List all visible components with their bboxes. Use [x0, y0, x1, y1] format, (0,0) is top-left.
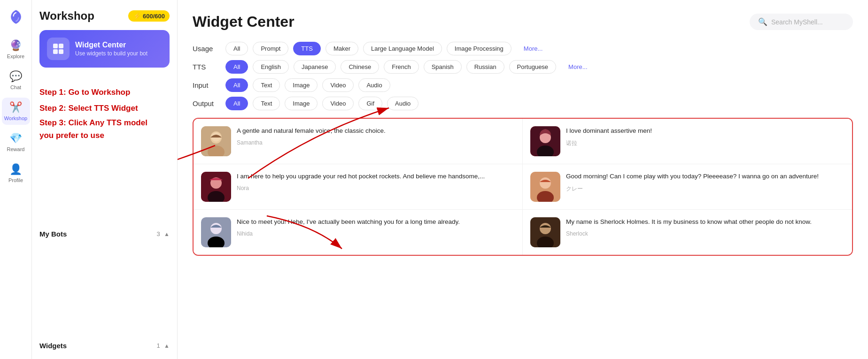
step1-label: Step 1: Go to Workshop [39, 84, 170, 100]
card-nora-cn[interactable]: I love dominant assertive men! 诺拉 [523, 119, 852, 164]
output-btn-all[interactable]: All [225, 97, 248, 110]
widgets-count: 1 ▲ [156, 341, 170, 350]
output-btn-image[interactable]: Image [285, 97, 318, 110]
sidebar-item-chat[interactable]: 💬 Chat [2, 67, 30, 94]
avatar-nora-cn [530, 126, 560, 156]
card-name-klee: クレー [566, 185, 845, 193]
sidebar-item-explore[interactable]: 🔮 Explore [2, 36, 30, 63]
widget-center-subtitle: Use widgets to build your bot [75, 50, 147, 57]
workshop-title: Workshop [39, 9, 94, 23]
input-btn-video[interactable]: Video [322, 78, 354, 92]
card-desc-nora-cn: I love dominant assertive men! [566, 126, 845, 136]
sidebar-item-profile[interactable]: 👤 Profile [2, 160, 30, 187]
usage-btn-llm[interactable]: Large Language Model [363, 42, 442, 55]
card-desc-klee: Good morning! Can I come play with you t… [566, 172, 845, 181]
svg-rect-2 [53, 49, 58, 54]
usage-btn-maker[interactable]: Maker [326, 42, 358, 55]
input-btn-text[interactable]: Text [253, 78, 280, 92]
card-desc-samantha: A gentle and natural female voice, the c… [237, 126, 515, 136]
explore-icon: 🔮 [9, 39, 22, 52]
page-title: Widget Center [193, 13, 294, 31]
card-desc-sherlock: My name is Sherlock Holmes. It is my bus… [566, 217, 845, 227]
annotations: Step 1: Go to Workshop Step 2: Select TT… [39, 84, 170, 142]
output-filter-row: Output All Text Image Video Gif Audio [193, 97, 853, 110]
tts-btn-all[interactable]: All [225, 60, 248, 74]
tts-btn-chinese[interactable]: Chinese [341, 60, 379, 74]
input-btn-audio[interactable]: Audio [358, 78, 390, 92]
tts-filter-row: TTS All English Japanese Chinese French … [193, 60, 853, 74]
chevron-up-icon: ▲ [164, 231, 170, 237]
tts-btn-russian[interactable]: Russian [466, 60, 504, 74]
svg-point-19 [210, 223, 222, 234]
svg-point-22 [540, 223, 551, 234]
card-nora[interactable]: I am here to help you upgrade your red h… [194, 164, 523, 210]
sidebar-item-reward[interactable]: 💎 Reward [2, 129, 30, 156]
chat-icon: 💬 [9, 70, 22, 83]
sidebar: 🔮 Explore 💬 Chat ✂️ Workshop 💎 Reward 👤 … [0, 0, 32, 359]
svg-rect-0 [53, 44, 58, 48]
energy-value: 600/600 [143, 13, 165, 20]
card-info-samantha: A gentle and natural female voice, the c… [237, 126, 515, 146]
my-bots-section: My Bots 3 ▲ [39, 229, 170, 238]
my-bots-count: 3 ▲ [156, 229, 170, 238]
workshop-header: Workshop ⚡ 600/600 [39, 9, 170, 23]
card-nihida[interactable]: Nice to meet you! Hehe, I've actually be… [194, 210, 523, 255]
input-btn-image[interactable]: Image [285, 78, 318, 92]
usage-btn-prompt[interactable]: Prompt [253, 42, 288, 55]
svg-rect-3 [59, 49, 63, 54]
card-name-sherlock: Sherlock [566, 230, 845, 237]
usage-btn-img[interactable]: Image Processing [447, 42, 512, 55]
tts-btn-french[interactable]: French [384, 60, 418, 74]
avatar-nihida [201, 217, 231, 247]
chevron-up-icon2: ▲ [164, 343, 170, 349]
usage-btn-all[interactable]: All [225, 42, 248, 55]
widget-center-card[interactable]: Widget Center Use widgets to build your … [39, 30, 170, 68]
workshop-panel: Workshop ⚡ 600/600 Widget Center Use wid… [32, 0, 178, 359]
widgets-section: Widgets 1 ▲ [39, 341, 170, 350]
avatar-nora [201, 172, 231, 202]
input-label: Input [193, 81, 221, 89]
card-name-nora: Nora [237, 185, 515, 191]
card-name-nora-cn: 诺拉 [566, 139, 845, 147]
reward-icon: 💎 [9, 132, 22, 145]
card-sherlock[interactable]: My name is Sherlock Holmes. It is my bus… [523, 210, 852, 255]
widgets-label: Widgets [39, 342, 67, 350]
card-name-samantha: Samantha [237, 139, 515, 146]
tts-more-btn[interactable]: More... [561, 61, 595, 73]
output-label: Output [193, 99, 221, 107]
card-desc-nihida: Nice to meet you! Hehe, I've actually be… [237, 217, 515, 227]
card-info-nora: I am here to help you upgrade your red h… [237, 172, 515, 191]
tts-btn-japanese[interactable]: Japanese [294, 60, 336, 74]
my-bots-label: My Bots [39, 230, 67, 238]
card-samantha[interactable]: A gentle and natural female voice, the c… [194, 119, 523, 164]
avatar-klee [530, 172, 560, 202]
avatar-samantha [201, 126, 231, 156]
energy-icon: ⚡ [133, 12, 141, 20]
main-content: Widget Center 🔍 Search MyShell... Usage … [178, 0, 868, 359]
output-btn-video[interactable]: Video [322, 97, 354, 110]
tts-btn-english[interactable]: English [253, 60, 289, 74]
search-box[interactable]: 🔍 Search MyShell... [750, 14, 853, 30]
svg-point-16 [540, 177, 551, 189]
tts-btn-spanish[interactable]: Spanish [424, 60, 462, 74]
usage-more-btn[interactable]: More... [516, 42, 550, 55]
card-desc-nora: I am here to help you upgrade your red h… [237, 172, 515, 181]
output-btn-text[interactable]: Text [253, 97, 280, 110]
input-btn-all[interactable]: All [225, 78, 248, 92]
output-btn-audio[interactable]: Audio [387, 97, 418, 110]
sidebar-item-workshop[interactable]: ✂️ Workshop [2, 98, 30, 125]
card-info-nihida: Nice to meet you! Hehe, I've actually be… [237, 217, 515, 237]
widget-card-text: Widget Center Use widgets to build your … [75, 41, 147, 57]
tts-btn-portuguese[interactable]: Portuguese [509, 60, 557, 74]
widget-center-title: Widget Center [75, 41, 147, 49]
usage-btn-tts[interactable]: TTS [293, 42, 321, 55]
step2-label: Step 2: Select TTS Widget [39, 100, 170, 116]
usage-filter-row: Usage All Prompt TTS Maker Large Languag… [193, 42, 853, 55]
card-name-nihida: Nihida [237, 230, 515, 237]
output-btn-gif[interactable]: Gif [358, 97, 382, 110]
card-klee[interactable]: Good morning! Can I come play with you t… [523, 164, 852, 210]
cards-grid: A gentle and natural female voice, the c… [193, 118, 853, 256]
usage-label: Usage [193, 45, 221, 53]
search-icon: 🔍 [758, 17, 767, 26]
search-placeholder: Search MyShell... [771, 18, 823, 26]
